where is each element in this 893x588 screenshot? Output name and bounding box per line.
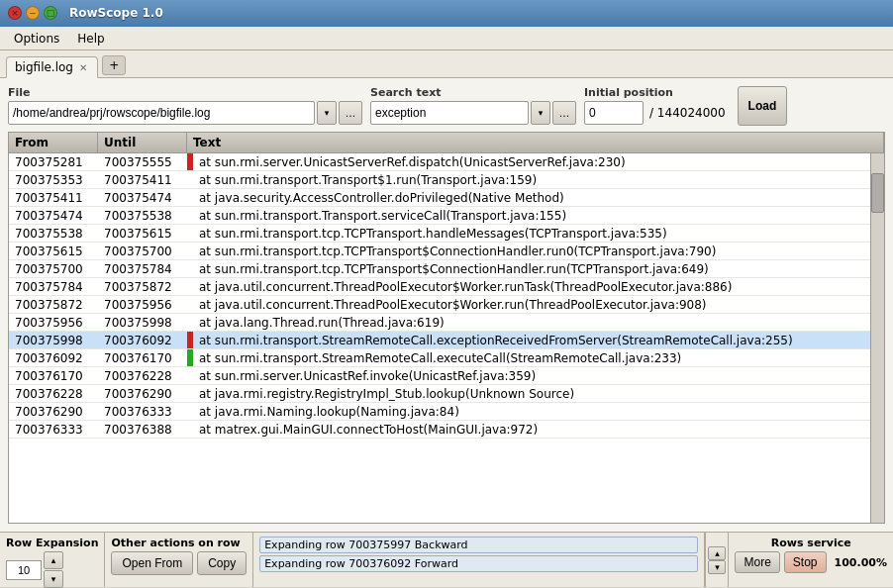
cell-from: 700376170	[9, 367, 98, 384]
cell-text: at sun.rmi.transport.tcp.TCPTransport.ha…	[193, 225, 870, 242]
tab-add-button[interactable]: +	[102, 55, 126, 75]
cell-from: 700375281	[9, 153, 98, 170]
col-header-text: Text	[187, 133, 884, 152]
cell-from: 700376290	[9, 403, 98, 420]
table-row[interactable]: 700375353 700375411 at sun.rmi.transport…	[9, 171, 870, 189]
window-controls: × − □	[8, 6, 57, 20]
load-button[interactable]: Load	[738, 86, 788, 126]
scroll-arrows: ▴ ▾	[705, 533, 729, 587]
cell-until: 700375411	[98, 171, 187, 188]
table-row[interactable]: 700375956 700375998 at java.lang.Thread.…	[9, 314, 870, 332]
scroll-up-button[interactable]: ▴	[708, 546, 726, 560]
other-actions-section: Other actions on row Open From Copy	[105, 533, 253, 587]
options-menu[interactable]: Options	[6, 30, 67, 48]
expansion-up-button[interactable]: ▴	[44, 551, 63, 569]
open-from-button[interactable]: Open From	[111, 551, 193, 575]
cell-from: 700375474	[9, 207, 98, 224]
position-input[interactable]	[584, 101, 644, 125]
bottom-panel: Row Expansion ▴ ▾ Other actions on row O…	[0, 532, 893, 587]
cell-until: 700375956	[98, 296, 187, 313]
cell-from: 700375784	[9, 278, 98, 295]
table-body-outer: 700375281 700375555 at sun.rmi.server.Un…	[9, 153, 884, 523]
cell-from: 700375411	[9, 189, 98, 206]
table-row[interactable]: 700376333 700376388 at matrex.gui.MainGU…	[9, 421, 870, 439]
table-row[interactable]: 700376170 700376228 at sun.rmi.server.Un…	[9, 367, 870, 385]
table-row[interactable]: 700375474 700375538 at sun.rmi.transport…	[9, 207, 870, 225]
position-total: / 144024000	[645, 106, 730, 120]
cell-text: at sun.rmi.transport.Transport$1.run(Tra…	[193, 171, 870, 188]
search-label: Search text	[370, 86, 576, 99]
cell-until: 700376170	[98, 349, 187, 366]
table-body[interactable]: 700375281 700375555 at sun.rmi.server.Un…	[9, 153, 870, 523]
col-header-from: From	[9, 133, 98, 152]
cell-until: 700375784	[98, 260, 187, 277]
table-row[interactable]: 700376290 700376333 at java.rmi.Naming.l…	[9, 403, 870, 421]
table-row[interactable]: 700375538 700375615 at sun.rmi.transport…	[9, 225, 870, 243]
cell-from: 700375615	[9, 243, 98, 259]
table-row[interactable]: 700375784 700375872 at java.util.concurr…	[9, 278, 870, 296]
maximize-button[interactable]: □	[44, 6, 57, 20]
cell-until: 700376092	[98, 332, 187, 348]
main-area: File ▾ ... Search text ▾ ... Initial pos…	[0, 78, 893, 532]
help-menu[interactable]: Help	[69, 30, 112, 48]
row-expansion-label: Row Expansion	[6, 537, 98, 549]
table-row[interactable]: 700376092 700376170 at sun.rmi.transport…	[9, 349, 870, 367]
file-path-input[interactable]	[8, 101, 315, 125]
tab-bigfile[interactable]: bigfile.log ✕	[6, 56, 98, 78]
search-options-button[interactable]: ...	[552, 101, 576, 125]
cell-from: 700375353	[9, 171, 98, 188]
table-container: From Until Text 700375281 700375555 at s…	[8, 132, 885, 524]
cell-until: 700375872	[98, 278, 187, 295]
tab-close-icon[interactable]: ✕	[77, 62, 89, 73]
scroll-down-button[interactable]: ▾	[708, 560, 726, 574]
copy-button[interactable]: Copy	[197, 551, 247, 575]
other-actions-label: Other actions on row	[111, 537, 247, 549]
cell-from: 700375998	[9, 332, 98, 348]
cell-until: 700375700	[98, 243, 187, 259]
title-bar: × − □ RowScope 1.0	[0, 0, 893, 27]
menu-bar: Options Help	[0, 27, 893, 50]
cell-text: at sun.rmi.server.UnicastRef.invoke(Unic…	[193, 367, 870, 384]
scrollbar[interactable]	[870, 153, 884, 523]
search-dropdown-button[interactable]: ▾	[531, 101, 550, 125]
cell-until: 700376228	[98, 367, 187, 384]
cell-text: at sun.rmi.transport.tcp.TCPTransport$Co…	[193, 243, 870, 259]
row-expansion-input[interactable]	[6, 560, 42, 580]
cell-text: at java.rmi.Naming.lookup(Naming.java:84…	[193, 403, 870, 420]
col-header-until: Until	[98, 133, 187, 152]
cell-text: at matrex.gui.MainGUI.connectToHost(Main…	[193, 421, 870, 438]
table-row[interactable]: 700375411 700375474 at java.security.Acc…	[9, 189, 870, 207]
controls-row: File ▾ ... Search text ▾ ... Initial pos…	[8, 86, 885, 126]
cell-until: 700376333	[98, 403, 187, 420]
cell-text: at sun.rmi.transport.tcp.TCPTransport$Co…	[193, 260, 870, 277]
file-dropdown-button[interactable]: ▾	[317, 101, 337, 125]
scrollbar-thumb[interactable]	[871, 173, 884, 213]
status-line-2: Expanding row 700376092 Forward	[259, 555, 698, 572]
tab-label: bigfile.log	[15, 60, 73, 74]
position-group: Initial position / 144024000	[584, 86, 730, 125]
expansion-down-button[interactable]: ▾	[44, 570, 63, 588]
file-browse-button[interactable]: ...	[339, 101, 362, 125]
tab-bar: bigfile.log ✕ +	[0, 50, 893, 78]
action-buttons: Open From Copy	[111, 551, 247, 575]
table-row[interactable]: 700375281 700375555 at sun.rmi.server.Un…	[9, 153, 870, 171]
table-row[interactable]: 700376228 700376290 at java.rmi.registry…	[9, 385, 870, 403]
cell-until: 700375998	[98, 314, 187, 331]
cell-text: at java.util.concurrent.ThreadPoolExecut…	[193, 278, 870, 295]
cell-from: 700376228	[9, 385, 98, 402]
close-button[interactable]: ×	[8, 6, 22, 20]
more-button[interactable]: More	[735, 551, 779, 573]
minimize-button[interactable]: −	[26, 6, 40, 20]
stop-button[interactable]: Stop	[784, 551, 827, 573]
rows-service-section: Rows service More Stop 100.00%	[729, 533, 893, 587]
file-group: File ▾ ...	[8, 86, 362, 125]
search-input[interactable]	[370, 101, 529, 125]
cell-from: 700376092	[9, 349, 98, 366]
table-row[interactable]: 700375998 700376092 at sun.rmi.transport…	[9, 332, 870, 349]
table-row[interactable]: 700375615 700375700 at sun.rmi.transport…	[9, 243, 870, 260]
status-line-1: Expanding row 700375997 Backward	[259, 537, 698, 553]
cell-text: at java.security.AccessController.doPriv…	[193, 189, 870, 206]
table-row[interactable]: 700375700 700375784 at sun.rmi.transport…	[9, 260, 870, 278]
table-row[interactable]: 700375872 700375956 at java.util.concurr…	[9, 296, 870, 314]
cell-text: at sun.rmi.transport.StreamRemoteCall.ex…	[193, 349, 870, 366]
